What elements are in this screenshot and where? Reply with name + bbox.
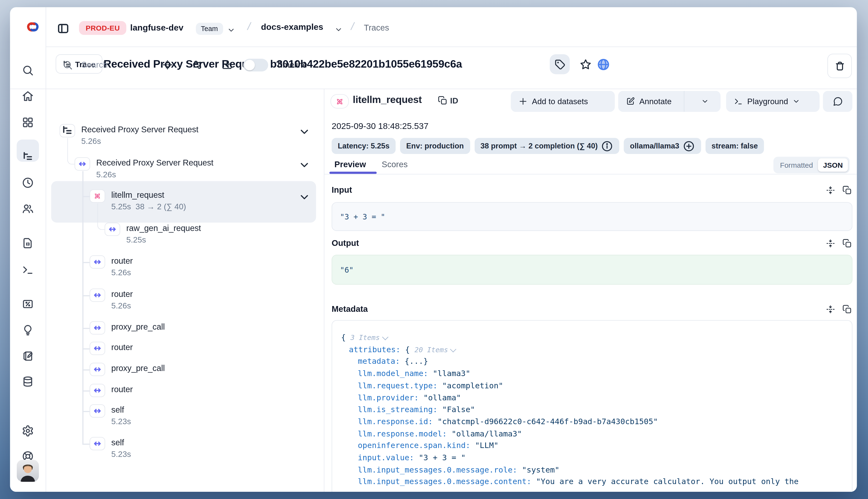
user-avatar[interactable] xyxy=(16,460,39,482)
search-input[interactable]: Search xyxy=(81,60,108,69)
format-toggle[interactable]: Formatted JSON xyxy=(773,157,850,173)
rail-item-tracing-icon[interactable] xyxy=(22,150,34,163)
fold-section-icon[interactable] xyxy=(826,239,835,248)
copy-section-icon[interactable] xyxy=(843,185,852,195)
observation-badge[interactable]: Latency: 5.25s xyxy=(331,138,395,154)
span-arrows-icon xyxy=(105,222,120,236)
trash-icon xyxy=(834,61,845,71)
bookmark-star-icon[interactable] xyxy=(580,59,591,70)
rail-item-evaluation-percent-icon[interactable] xyxy=(22,298,34,310)
rail-item-home-icon[interactable] xyxy=(22,90,34,102)
fold-section-icon[interactable] xyxy=(826,185,835,195)
timeline-toggle[interactable] xyxy=(243,59,268,72)
tree-row-name[interactable]: proxy_pre_call xyxy=(111,363,165,373)
annotate-button-group[interactable]: Annotate xyxy=(618,91,721,112)
tree-row-name[interactable]: self xyxy=(111,437,124,447)
copy-section-icon[interactable] xyxy=(843,239,852,248)
collapse-all-icon[interactable] xyxy=(162,59,173,70)
add-to-datasets-button[interactable]: Add to datasets xyxy=(511,91,615,112)
app-header: PROD-EU langfuse-dev Team / docs-example… xyxy=(10,7,857,46)
project-chevron-down-icon[interactable] xyxy=(334,25,343,34)
format-option-json[interactable]: JSON xyxy=(818,158,848,172)
input-value-box: "3 + 3 = " xyxy=(331,202,852,231)
output-value-box: "6" xyxy=(331,255,852,284)
json-line: llm.model_name: "llama3" xyxy=(341,368,843,380)
rail-item-settings-gear-icon[interactable] xyxy=(22,425,34,437)
tree-row-name[interactable]: Received Proxy Server Request xyxy=(96,158,213,167)
annotate-button[interactable]: Annotate xyxy=(618,97,680,106)
span-arrows-icon xyxy=(89,384,105,397)
breadcrumb-project-name[interactable]: docs-examples xyxy=(261,22,323,32)
info-icon[interactable] xyxy=(601,140,613,152)
annotate-dropdown-chevron-icon[interactable] xyxy=(689,97,721,105)
filter-sliders-icon[interactable] xyxy=(192,59,203,70)
public-globe-icon[interactable] xyxy=(597,58,610,71)
tree-connector xyxy=(82,295,89,296)
rail-item-search-icon[interactable] xyxy=(22,64,34,76)
tree-row-duration: 5.26s xyxy=(111,268,131,277)
header-divider xyxy=(46,46,857,47)
generation-type-badge xyxy=(331,94,349,109)
tree-row-name[interactable]: raw_gen_ai_request xyxy=(126,223,201,233)
tree-row-name[interactable]: litellm_request xyxy=(111,190,164,199)
download-icon[interactable] xyxy=(222,59,233,70)
rail-item-datasets-database-icon[interactable] xyxy=(22,376,34,388)
rail-item-dashboards-icon[interactable] xyxy=(22,116,34,129)
tab-scores[interactable]: Scores xyxy=(382,159,408,169)
tree-row-name[interactable]: router xyxy=(111,385,133,394)
toggle-knob xyxy=(244,60,255,71)
rail-item-playground-terminal-icon[interactable] xyxy=(22,264,34,276)
copy-section-icon[interactable] xyxy=(843,305,852,314)
breadcrumb-page[interactable]: Traces xyxy=(364,23,389,32)
tab-preview[interactable]: Preview xyxy=(334,159,366,169)
fold-section-icon[interactable] xyxy=(826,305,835,314)
input-section-heading: Input xyxy=(331,185,352,194)
org-chevron-down-icon[interactable] xyxy=(227,26,235,34)
rail-item-insights-lightbulb-icon[interactable] xyxy=(22,324,34,336)
output-section-heading: Output xyxy=(331,238,359,247)
langfuse-logo-icon[interactable] xyxy=(25,21,40,35)
copy-id-icon[interactable] xyxy=(438,96,447,105)
playground-button[interactable]: Playground xyxy=(726,91,820,112)
tabs-divider xyxy=(324,174,857,174)
metadata-json-viewer[interactable]: { 3 Itemsattributes: { 20 Itemsmetadata:… xyxy=(331,320,852,492)
terminal-icon xyxy=(734,97,743,106)
rail-item-annotation-clipboard-icon[interactable] xyxy=(22,350,34,362)
rail-item-sessions-clock-icon[interactable] xyxy=(22,177,34,189)
format-option-formatted[interactable]: Formatted xyxy=(775,161,818,169)
observation-badge[interactable]: ollama/llama3 xyxy=(624,138,701,154)
plus-circle-icon[interactable] xyxy=(683,140,695,152)
tree-row-name[interactable]: router xyxy=(111,256,133,265)
copy-id-label[interactable]: ID xyxy=(450,97,458,105)
tree-row-duration: 5.23s xyxy=(111,450,131,459)
sidebar-toggle-icon[interactable] xyxy=(57,22,70,35)
rail-item-prompts-file-icon[interactable] xyxy=(22,237,34,249)
breadcrumb-org-name[interactable]: langfuse-dev xyxy=(130,23,183,33)
span-arrows-icon xyxy=(89,437,105,450)
tree-connector xyxy=(82,262,89,263)
observation-badge[interactable]: stream: false xyxy=(705,138,764,154)
tag-icon xyxy=(554,59,565,70)
tree-row-duration: 5.26s xyxy=(81,137,101,146)
tree-row-name[interactable]: self xyxy=(111,405,124,414)
tree-row-duration: 5.26s xyxy=(111,301,131,310)
tree-row-name[interactable]: proxy_pre_call xyxy=(111,322,165,331)
tree-row-chevron-down-icon[interactable] xyxy=(298,126,310,138)
tree-row-name[interactable]: router xyxy=(111,289,133,299)
rail-item-users-icon[interactable] xyxy=(22,203,34,215)
tracebar-divider xyxy=(10,88,857,89)
span-arrows-icon xyxy=(75,157,90,171)
json-line: llm.request.type: "acompletion" xyxy=(341,380,843,392)
delete-trace-button[interactable] xyxy=(827,54,852,78)
tree-row-name[interactable]: router xyxy=(111,342,133,352)
comment-button[interactable] xyxy=(823,91,853,112)
generation-pinwheel-icon xyxy=(335,97,344,106)
environment-badge[interactable]: PROD-EU xyxy=(79,21,126,35)
metadata-section-heading: Metadata xyxy=(331,304,368,314)
tree-row-chevron-down-icon[interactable] xyxy=(298,159,310,171)
tree-row-chevron-down-icon[interactable] xyxy=(298,191,310,203)
tags-button[interactable] xyxy=(550,54,570,74)
observation-badge[interactable]: Env: production xyxy=(400,138,470,154)
observation-badge[interactable]: 38 prompt → 2 completion (∑ 40) xyxy=(474,138,620,154)
tree-row-name[interactable]: Received Proxy Server Request xyxy=(81,125,198,134)
